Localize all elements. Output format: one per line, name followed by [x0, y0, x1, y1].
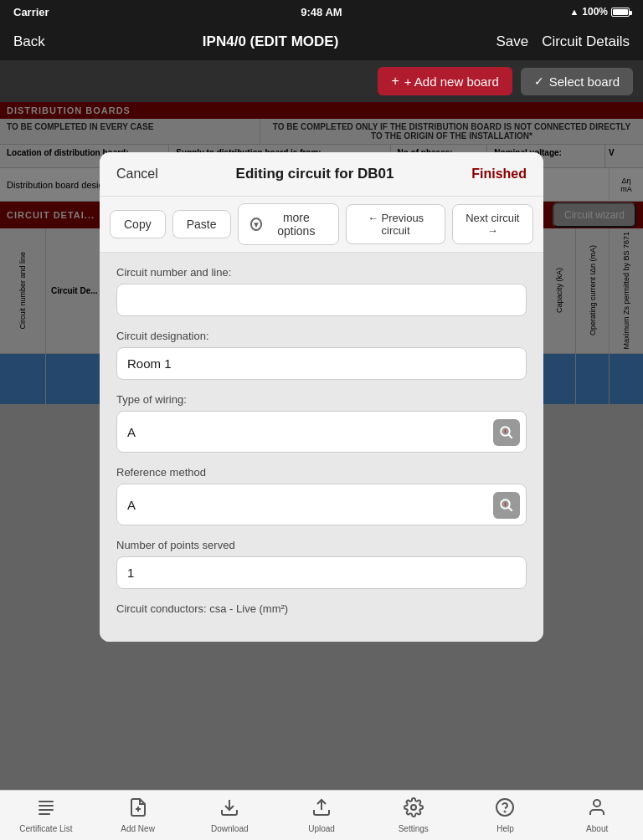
circuit-number-group: Circuit number and line: [116, 266, 527, 316]
battery-icon [611, 8, 630, 17]
main-content: DISTRIBUTION BOARDS TO BE COMPLETED IN E… [0, 102, 643, 790]
svg-rect-6 [39, 801, 54, 802]
type-of-wiring-search-button[interactable] [493, 419, 520, 446]
points-served-input[interactable] [116, 556, 527, 589]
download-icon [219, 797, 239, 822]
tab-help[interactable]: Help [460, 791, 552, 840]
modal-title: Editing circuit for DB01 [236, 166, 394, 182]
edit-circuit-modal: Cancel Editing circuit for DB01 Finished… [100, 152, 543, 642]
modal-toolbar: Copy Paste ▼ more options ← Previous cir… [100, 197, 543, 253]
tab-certificate-list[interactable]: Certificate List [0, 791, 92, 840]
carrier-label: Carrier [13, 6, 49, 18]
tab-help-label: Help [496, 824, 514, 833]
modal-overlay: Cancel Editing circuit for DB01 Finished… [0, 102, 643, 790]
add-new-board-button[interactable]: + + Add new board [378, 67, 512, 95]
reference-method-label: Reference method [116, 466, 527, 479]
modal-finished-button[interactable]: Finished [471, 166, 527, 182]
tab-settings-label: Settings [399, 824, 429, 833]
settings-icon [404, 797, 424, 822]
person-icon [587, 797, 607, 822]
more-options-button[interactable]: ▼ more options [238, 203, 340, 245]
next-circuit-button[interactable]: Next circuit → [452, 204, 533, 244]
tab-download-label: Download [211, 824, 248, 833]
type-of-wiring-label: Type of wiring: [116, 393, 527, 406]
back-button[interactable]: Back [13, 33, 45, 50]
reference-method-group: Reference method [116, 466, 527, 525]
svg-rect-9 [39, 813, 50, 815]
tab-add-new-label: Add New [121, 824, 155, 833]
points-served-label: Number of points served [116, 539, 527, 551]
svg-rect-7 [39, 805, 54, 807]
circuit-conductors-label: Circuit conductors: csa - Live (mm²) [116, 602, 527, 615]
status-right: ▲ 100% [569, 6, 630, 18]
tab-upload[interactable]: Upload [275, 791, 368, 840]
modal-nav: ← Previous circuit Next circuit → [346, 204, 533, 244]
nav-bar: Back IPN4/0 (EDIT MODE) Save Circuit Det… [0, 23, 643, 60]
battery-label: 100% [582, 6, 608, 18]
tab-settings[interactable]: Settings [368, 791, 460, 840]
page-title: IPN4/0 (EDIT MODE) [203, 33, 338, 50]
svg-line-1 [508, 434, 512, 438]
help-icon [495, 797, 515, 822]
select-board-button[interactable]: ✓ Select board [521, 68, 633, 95]
checkmark-icon: ✓ [534, 74, 544, 88]
modal-body: Circuit number and line: Circuit designa… [100, 253, 543, 642]
circuit-designation-input[interactable] [116, 347, 527, 380]
tab-about[interactable]: About [551, 791, 643, 840]
type-of-wiring-input[interactable] [116, 411, 527, 453]
reference-method-input[interactable] [116, 484, 527, 525]
points-served-group: Number of points served [116, 539, 527, 589]
status-bar: Carrier 9:48 AM ▲ 100% [0, 0, 643, 23]
svg-point-16 [505, 812, 506, 812]
plus-icon: + [391, 74, 399, 89]
copy-button[interactable]: Copy [110, 210, 166, 238]
tab-bar: Certificate List Add New Download [0, 790, 643, 840]
time-label: 9:48 AM [301, 6, 342, 18]
type-of-wiring-input-container [116, 411, 527, 453]
svg-rect-8 [39, 809, 54, 811]
tab-certificate-list-label: Certificate List [19, 824, 72, 833]
reference-method-input-container [116, 484, 527, 525]
circuit-conductors-group: Circuit conductors: csa - Live (mm²) [116, 602, 527, 615]
modal-header: Cancel Editing circuit for DB01 Finished [100, 152, 543, 197]
tab-about-label: About [586, 824, 608, 833]
svg-line-4 [508, 507, 512, 511]
upload-icon [311, 797, 332, 822]
svg-point-17 [594, 800, 600, 807]
prev-circuit-button[interactable]: ← Previous circuit [346, 204, 445, 244]
svg-point-14 [411, 805, 416, 810]
reference-method-search-button[interactable] [493, 492, 520, 519]
signal-icon: ▲ [569, 7, 579, 17]
circuit-number-input[interactable] [116, 284, 527, 316]
paste-button[interactable]: Paste [172, 210, 231, 238]
type-of-wiring-group: Type of wiring: [116, 393, 527, 453]
tab-download[interactable]: Download [183, 791, 275, 840]
main-toolbar: + + Add new board ✓ Select board [0, 60, 643, 102]
modal-cancel-button[interactable]: Cancel [116, 166, 158, 182]
tab-add-new[interactable]: Add New [92, 791, 184, 840]
save-button[interactable]: Save [496, 33, 528, 50]
more-options-icon: ▼ [250, 218, 263, 231]
list-icon [36, 797, 56, 822]
circuit-designation-label: Circuit designation: [116, 330, 527, 342]
circuit-designation-group: Circuit designation: [116, 330, 527, 380]
tab-upload-label: Upload [308, 824, 335, 833]
nav-actions: Save Circuit Details [496, 33, 630, 50]
circuit-details-button[interactable]: Circuit Details [542, 33, 630, 50]
file-add-icon [128, 797, 148, 822]
circuit-number-label: Circuit number and line: [116, 266, 527, 279]
